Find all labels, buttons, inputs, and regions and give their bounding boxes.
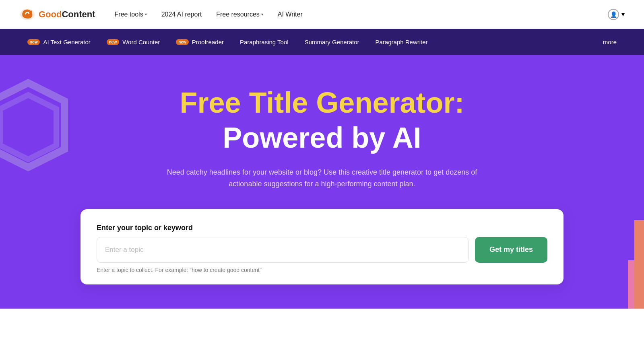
deco-bar-right <box>634 220 644 309</box>
logo-icon <box>19 6 35 23</box>
new-badge: new <box>27 39 40 45</box>
new-badge: new <box>176 39 188 45</box>
hero-title-yellow: Free Title Generator: <box>180 87 464 119</box>
chevron-down-icon: ▾ <box>261 12 263 16</box>
get-titles-button[interactable]: Get my titles <box>475 237 547 263</box>
chevron-down-icon: ▾ <box>145 12 147 16</box>
tool-summary-generator[interactable]: Summary Generator <box>297 29 367 55</box>
hero-title-white: Powered by AI <box>223 122 421 154</box>
tool-label: Summary Generator <box>305 39 359 45</box>
tool-paraphrasing[interactable]: Paraphrasing Tool <box>232 29 297 55</box>
logo[interactable]: GoodContent <box>19 6 95 23</box>
new-badge: new <box>107 39 119 45</box>
tool-label: AI Text Generator <box>43 39 90 45</box>
tool-proofreader[interactable]: new Proofreader <box>168 29 232 55</box>
tool-label: Paraphrasing Tool <box>240 39 289 45</box>
tool-label: Word Counter <box>122 39 160 45</box>
hero-section: Free Title Generator: Powered by AI Need… <box>0 55 644 309</box>
input-card: Enter your topic or keyword Get my title… <box>80 209 564 284</box>
tool-ai-text-generator[interactable]: new AI Text Generator <box>19 29 99 55</box>
hero-subtitle: Need catchy headlines for your website o… <box>165 167 479 190</box>
chevron-down-icon: ▾ <box>621 10 625 18</box>
user-icon: 👤 <box>608 9 619 20</box>
tool-paragraph-rewriter[interactable]: Paragraph Rewriter <box>367 29 436 55</box>
input-row: Get my titles <box>97 237 547 263</box>
nav-ai-writer[interactable]: AI Writer <box>278 11 303 18</box>
tool-word-counter[interactable]: new Word Counter <box>99 29 168 55</box>
more-tools-link[interactable]: more <box>595 39 625 45</box>
tools-bar: new AI Text Generator new Word Counter n… <box>0 29 644 55</box>
nav-free-tools[interactable]: Free tools ▾ <box>115 11 147 18</box>
tool-label: Paragraph Rewriter <box>376 39 428 45</box>
input-label: Enter your topic or keyword <box>97 224 547 232</box>
nav-ai-report[interactable]: 2024 AI report <box>161 11 202 18</box>
deco-bar-right2 <box>628 260 634 309</box>
top-nav: GoodContent Free tools ▾ 2024 AI report … <box>0 0 644 29</box>
logo-text: GoodContent <box>39 9 95 20</box>
hero-bg-shape <box>0 79 72 175</box>
tool-label: Proofreader <box>192 39 224 45</box>
topic-input[interactable] <box>97 237 469 263</box>
user-menu[interactable]: 👤 ▾ <box>608 9 625 20</box>
nav-links: Free tools ▾ 2024 AI report Free resourc… <box>115 11 608 18</box>
nav-free-resources[interactable]: Free resources ▾ <box>216 11 263 18</box>
input-hint: Enter a topic to collect. For example: "… <box>97 267 547 273</box>
